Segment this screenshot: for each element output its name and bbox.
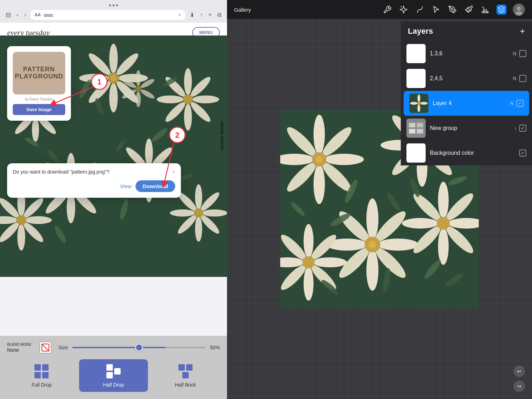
layer-right-background (519, 149, 526, 157)
full-drop-icon (34, 364, 49, 379)
svg-point-171 (417, 104, 420, 112)
layer-right-4: N (510, 100, 523, 107)
add-tab-button[interactable]: + (207, 11, 213, 19)
layer-item-136[interactable]: 1,3,6 N (401, 41, 532, 66)
eraser-tool-icon[interactable] (480, 5, 490, 15)
svg-point-3 (118, 74, 148, 82)
dialog-close-button[interactable]: × (172, 169, 175, 175)
svg-rect-100 (186, 364, 193, 371)
view-button[interactable]: View (120, 183, 131, 189)
layer-name-new-group: New group (430, 125, 510, 131)
svg-point-134 (366, 250, 378, 291)
magic-wand-icon[interactable] (399, 5, 409, 15)
redo-button[interactable]: ↪ (514, 381, 525, 392)
controls-top: Blend Mode: None Size 50% (7, 341, 220, 354)
layer-mode-245: N (513, 76, 516, 81)
layers-header: Layers + (401, 21, 532, 41)
svg-point-144 (438, 228, 449, 265)
svg-point-170 (420, 102, 428, 105)
layer-right-new-group: › (515, 125, 526, 132)
by-text: by Every Tuesday (13, 97, 65, 101)
layer-mode-4: N (510, 100, 514, 106)
layers-title: Layers (408, 27, 433, 36)
svg-point-112 (324, 154, 364, 165)
svg-point-130 (366, 198, 378, 240)
layer-info-136: 1,3,6 (430, 50, 509, 57)
size-label: Size (59, 345, 68, 350)
back-button[interactable]: ‹ (15, 11, 20, 19)
layer-checkbox-4[interactable] (516, 100, 523, 107)
gallery-button[interactable]: Gallery (234, 7, 251, 13)
svg-point-108 (515, 11, 522, 16)
layer-checkbox-136[interactable] (519, 50, 526, 57)
svg-rect-174 (407, 119, 425, 137)
forward-button[interactable]: › (23, 11, 27, 19)
layer-item-background[interactable]: Background color (401, 141, 532, 165)
svg-point-7 (79, 74, 109, 82)
download-button[interactable]: ⬇ (188, 11, 196, 19)
layers-tool-icon[interactable] (497, 5, 506, 15)
svg-point-10 (111, 75, 116, 81)
svg-point-1 (109, 44, 118, 73)
svg-line-91 (42, 344, 49, 351)
svg-point-148 (437, 217, 450, 230)
layer-item-245[interactable]: 2,4,5 N (401, 66, 532, 91)
svg-point-60 (17, 224, 25, 251)
svg-point-68 (136, 92, 141, 107)
svg-point-22 (192, 95, 219, 103)
svg-point-139 (368, 241, 376, 248)
svg-point-28 (183, 94, 193, 104)
svg-point-119 (316, 156, 323, 163)
sidebar-toggle-button[interactable]: ⊟ (4, 10, 12, 20)
save-image-button[interactable]: Save Image (13, 104, 65, 115)
layer-checkbox-background[interactable] (519, 149, 526, 157)
svg-rect-92 (34, 364, 41, 371)
svg-point-146 (402, 218, 439, 229)
blend-icon-button[interactable] (39, 341, 51, 354)
pattern-type-half-drop[interactable]: Half Drop (79, 359, 148, 392)
half-brick-icon (178, 364, 193, 379)
wrench-tool-icon[interactable] (382, 5, 392, 15)
svg-rect-175 (409, 123, 415, 127)
tabs-button[interactable]: ⧉ (216, 11, 223, 19)
svg-point-64 (16, 215, 26, 225)
pen-tool-icon[interactable] (448, 5, 458, 15)
brush-tool-icon[interactable] (464, 5, 474, 15)
selection-icon[interactable] (431, 5, 441, 15)
pattern-logo-text: PATTERN PLAYGROUND (15, 66, 63, 80)
layer-right-136: N (513, 50, 526, 57)
layer-checkbox-new-group[interactable] (519, 125, 526, 132)
svg-point-157 (303, 256, 315, 268)
full-drop-label: Full Drop (32, 382, 52, 388)
user-avatar[interactable] (513, 4, 525, 16)
dialog-actions: View Download (13, 180, 175, 192)
share-button[interactable]: ↑ (199, 11, 204, 19)
layer-info-background: Background color (430, 150, 515, 156)
size-slider[interactable] (72, 347, 206, 348)
pattern-type-half-brick[interactable]: Half Brick (151, 359, 220, 392)
procreate-panel: Gallery (227, 0, 532, 399)
layer-item-new-group[interactable]: New group › (401, 116, 532, 141)
curves-icon[interactable] (415, 5, 425, 15)
svg-point-65 (136, 70, 141, 86)
svg-point-71 (135, 86, 142, 92)
svg-point-103 (451, 9, 453, 10)
add-layer-button[interactable]: + (520, 26, 525, 36)
pattern-type-full-drop[interactable]: Full Drop (7, 359, 76, 392)
svg-point-38 (145, 138, 153, 167)
svg-point-107 (517, 6, 521, 11)
layer-checkbox-245[interactable] (519, 75, 526, 82)
pattern-card: PATTERN PLAYGROUND by Every Tuesday Save… (7, 46, 71, 121)
address-bar[interactable]: AA data: × (31, 10, 185, 20)
layer-expand-arrow[interactable]: › (515, 125, 516, 131)
svg-point-153 (304, 267, 314, 301)
layer-item-4[interactable]: Layer 4 N (404, 91, 529, 116)
scroll-thumb-bottom (221, 136, 223, 151)
undo-button[interactable]: ↩ (514, 366, 525, 377)
svg-point-49 (202, 209, 227, 217)
clear-url-button[interactable]: × (178, 12, 181, 18)
browser-toolbar: ⊟ ‹ › AA data: × ⬇ ↑ + ⧉ (4, 10, 223, 23)
download-confirm-button[interactable]: Download (135, 180, 175, 192)
svg-point-173 (417, 102, 421, 105)
pattern-types: Full Drop Half Drop (7, 359, 220, 392)
